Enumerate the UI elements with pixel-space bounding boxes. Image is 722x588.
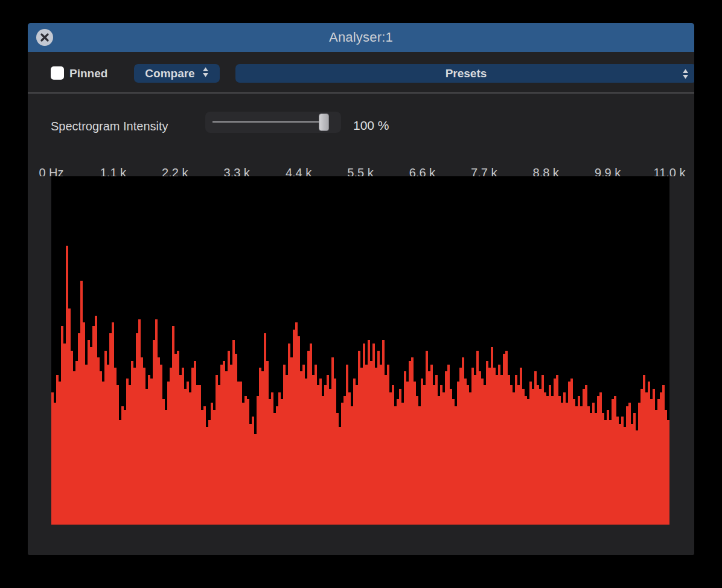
freq-tick-label: 3.3 k [224,165,250,176]
freq-tick-label: 6.6 k [409,165,435,176]
freq-tick-label: 7.7 k [471,165,497,176]
slider-track [212,121,324,123]
pinned-checkbox[interactable] [51,66,64,80]
frequency-axis: 0 Hz1.1 k2.2 k3.3 k4.4 k5.5 k6.6 k7.7 k8… [28,163,694,176]
window-title: Analyser:1 [329,30,393,45]
titlebar: Analyser:1 [28,23,694,52]
freq-tick-label: 9.9 k [595,165,621,176]
intensity-slider[interactable] [205,112,341,133]
pinned-label: Pinned [69,67,107,80]
updown-arrows-icon [202,67,209,80]
freq-tick-label: 4.4 k [286,165,311,176]
freq-tick-label: 5.5 k [347,165,373,176]
compare-label: Compare [145,67,194,80]
freq-tick-label: 2.2 k [162,165,188,176]
toolbar: Pinned Compare Presets [28,52,694,93]
presets-label: Presets [446,67,487,80]
intensity-value: 100 % [353,118,389,133]
analyser-window: Analyser:1 Pinned Compare Presets [28,23,694,555]
close-button[interactable] [36,29,53,46]
spectrum-bars [51,176,669,525]
close-icon [40,33,49,42]
toolbar-separator [28,92,694,94]
spectrum-plot [51,176,669,525]
freq-tick-label: 1.1 k [100,165,126,176]
slider-handle[interactable] [319,113,329,131]
freq-tick-label: 11.0 k [654,165,686,176]
updown-arrows-icon [682,69,689,82]
freq-tick-label: 8.8 k [533,165,559,176]
compare-dropdown[interactable]: Compare [134,64,220,83]
spectrogram-intensity-label: Spectrogram Intensity [51,120,168,133]
freq-tick-label: 0 Hz [39,165,63,176]
presets-dropdown[interactable]: Presets [235,64,694,83]
